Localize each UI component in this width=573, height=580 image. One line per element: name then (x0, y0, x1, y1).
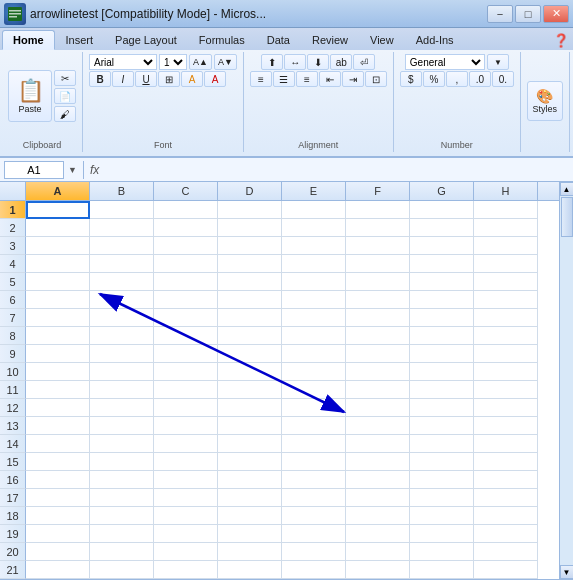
cell-D10[interactable] (218, 363, 282, 381)
align-bottom-button[interactable]: ⬇ (307, 54, 329, 70)
cell-E2[interactable] (282, 219, 346, 237)
cell-B14[interactable] (90, 435, 154, 453)
name-box[interactable]: A1 (4, 161, 64, 179)
cell-F16[interactable] (346, 471, 410, 489)
row-num-13[interactable]: 13 (0, 417, 26, 435)
cell-C12[interactable] (154, 399, 218, 417)
cell-E18[interactable] (282, 507, 346, 525)
cell-F7[interactable] (346, 309, 410, 327)
cell-A2[interactable] (26, 219, 90, 237)
percent-button[interactable]: % (423, 71, 445, 87)
cell-H14[interactable] (474, 435, 538, 453)
cell-H2[interactable] (474, 219, 538, 237)
tab-home[interactable]: Home (2, 30, 55, 50)
text-orient-button[interactable]: ab (330, 54, 352, 70)
cell-E12[interactable] (282, 399, 346, 417)
cell-F4[interactable] (346, 255, 410, 273)
cell-A15[interactable] (26, 453, 90, 471)
cell-F13[interactable] (346, 417, 410, 435)
align-top-button[interactable]: ⬆ (261, 54, 283, 70)
align-left-button[interactable]: ≡ (250, 71, 272, 87)
cell-A8[interactable] (26, 327, 90, 345)
cell-G20[interactable] (410, 543, 474, 561)
copy-button[interactable]: 📄 (54, 88, 76, 104)
cell-C5[interactable] (154, 273, 218, 291)
cell-H4[interactable] (474, 255, 538, 273)
cell-E11[interactable] (282, 381, 346, 399)
cell-D15[interactable] (218, 453, 282, 471)
cell-C18[interactable] (154, 507, 218, 525)
cell-G8[interactable] (410, 327, 474, 345)
tab-formulas[interactable]: Formulas (188, 30, 256, 50)
row-num-16[interactable]: 16 (0, 471, 26, 489)
cell-B16[interactable] (90, 471, 154, 489)
cell-A17[interactable] (26, 489, 90, 507)
cell-C15[interactable] (154, 453, 218, 471)
italic-button[interactable]: I (112, 71, 134, 87)
cell-C11[interactable] (154, 381, 218, 399)
cell-A3[interactable] (26, 237, 90, 255)
cell-F17[interactable] (346, 489, 410, 507)
cell-G11[interactable] (410, 381, 474, 399)
cell-C2[interactable] (154, 219, 218, 237)
cell-E20[interactable] (282, 543, 346, 561)
font-family-select[interactable]: Arial (89, 54, 157, 70)
cell-H10[interactable] (474, 363, 538, 381)
cell-E3[interactable] (282, 237, 346, 255)
row-num-7[interactable]: 7 (0, 309, 26, 327)
cell-A13[interactable] (26, 417, 90, 435)
cell-D11[interactable] (218, 381, 282, 399)
col-header-A[interactable]: A (26, 182, 90, 200)
cell-E14[interactable] (282, 435, 346, 453)
currency-button[interactable]: $ (400, 71, 422, 87)
cell-D16[interactable] (218, 471, 282, 489)
cell-G12[interactable] (410, 399, 474, 417)
cell-G6[interactable] (410, 291, 474, 309)
cell-D1[interactable] (218, 201, 282, 219)
cell-F20[interactable] (346, 543, 410, 561)
cell-B6[interactable] (90, 291, 154, 309)
cell-G13[interactable] (410, 417, 474, 435)
cell-B4[interactable] (90, 255, 154, 273)
cell-F9[interactable] (346, 345, 410, 363)
tab-data[interactable]: Data (256, 30, 301, 50)
row-num-8[interactable]: 8 (0, 327, 26, 345)
scroll-down-button[interactable]: ▼ (560, 565, 574, 579)
cell-A5[interactable] (26, 273, 90, 291)
cell-A6[interactable] (26, 291, 90, 309)
align-right-button[interactable]: ≡ (296, 71, 318, 87)
cell-F3[interactable] (346, 237, 410, 255)
cell-F15[interactable] (346, 453, 410, 471)
cell-G2[interactable] (410, 219, 474, 237)
cell-D2[interactable] (218, 219, 282, 237)
cell-E5[interactable] (282, 273, 346, 291)
cell-D20[interactable] (218, 543, 282, 561)
cell-G15[interactable] (410, 453, 474, 471)
cell-A9[interactable] (26, 345, 90, 363)
cell-E21[interactable] (282, 561, 346, 579)
cell-G14[interactable] (410, 435, 474, 453)
styles-button[interactable]: 🎨 Styles (527, 81, 563, 121)
underline-button[interactable]: U (135, 71, 157, 87)
cell-H21[interactable] (474, 561, 538, 579)
cell-B12[interactable] (90, 399, 154, 417)
cell-F21[interactable] (346, 561, 410, 579)
cell-B10[interactable] (90, 363, 154, 381)
cell-F11[interactable] (346, 381, 410, 399)
cell-H17[interactable] (474, 489, 538, 507)
cell-G3[interactable] (410, 237, 474, 255)
row-num-5[interactable]: 5 (0, 273, 26, 291)
cell-D5[interactable] (218, 273, 282, 291)
cell-H16[interactable] (474, 471, 538, 489)
bold-button[interactable]: B (89, 71, 111, 87)
cell-B8[interactable] (90, 327, 154, 345)
cell-H13[interactable] (474, 417, 538, 435)
cell-C6[interactable] (154, 291, 218, 309)
font-color-button[interactable]: A (204, 71, 226, 87)
cell-A14[interactable] (26, 435, 90, 453)
cell-H6[interactable] (474, 291, 538, 309)
minimize-button[interactable]: − (487, 5, 513, 23)
cell-C4[interactable] (154, 255, 218, 273)
cell-F12[interactable] (346, 399, 410, 417)
cell-G17[interactable] (410, 489, 474, 507)
